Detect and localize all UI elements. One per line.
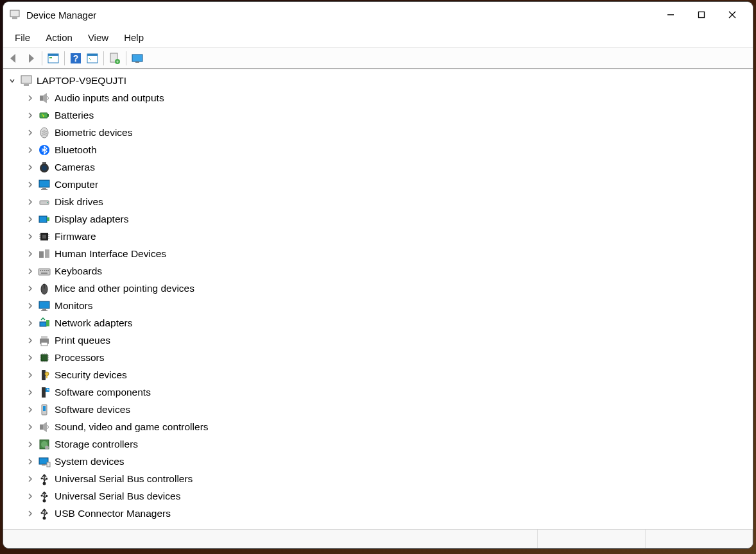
titlebar[interactable]: Device Manager [3, 2, 753, 28]
hid-icon [38, 248, 51, 260]
chevron-right-icon[interactable] [25, 231, 35, 242]
tree-category-node[interactable]: Audio inputs and outputs [25, 89, 753, 106]
speaker-icon [38, 421, 51, 433]
category-label: Audio inputs and outputs [55, 92, 164, 104]
chevron-right-icon[interactable] [25, 197, 35, 207]
root-label: LAPTOP-V9EQUJTI [37, 75, 126, 87]
tree-category-node[interactable]: Storage controllers [25, 435, 753, 453]
chevron-right-icon[interactable] [25, 110, 35, 121]
category-label: Biometric devices [55, 127, 132, 138]
chevron-right-icon[interactable] [25, 508, 35, 519]
device-tree[interactable]: LAPTOP-V9EQUJTI Audio inputs and outputs… [3, 69, 753, 529]
usb-icon [38, 507, 51, 520]
statusbar [3, 529, 753, 548]
menu-view[interactable]: View [80, 29, 116, 46]
svg-rect-1 [12, 17, 17, 19]
chevron-right-icon[interactable] [25, 474, 35, 484]
category-label: Firmware [55, 231, 96, 242]
tree-category-node[interactable]: Network adapters [25, 314, 753, 332]
chevron-right-icon[interactable] [25, 318, 35, 328]
help-button[interactable]: ? [67, 50, 84, 67]
scan-hardware-button[interactable]: + [107, 50, 123, 67]
usb-icon [38, 490, 51, 503]
tree-category-node[interactable]: Biometric devices [25, 124, 753, 141]
chevron-right-icon[interactable] [25, 145, 35, 155]
maximize-button[interactable] [686, 3, 717, 26]
cpu-icon [38, 351, 51, 364]
show-hidden-button[interactable] [84, 50, 101, 67]
svg-rect-17 [135, 62, 139, 63]
svg-rect-18 [21, 76, 31, 83]
component-icon [38, 386, 51, 399]
tree-category-node[interactable]: Mice and other pointing devices [25, 280, 753, 297]
category-label: Mice and other pointing devices [55, 283, 194, 294]
menu-action[interactable]: Action [38, 29, 80, 46]
window-controls [655, 3, 748, 26]
category-label: USB Connector Managers [55, 508, 171, 519]
category-label: Sound, video and game controllers [55, 421, 209, 433]
chevron-right-icon[interactable] [25, 214, 35, 224]
tree-category-node[interactable]: Universal Serial Bus devices [25, 487, 753, 505]
menu-help[interactable]: Help [116, 29, 151, 46]
chevron-right-icon[interactable] [25, 457, 35, 467]
svg-rect-0 [10, 10, 19, 17]
chevron-right-icon[interactable] [25, 491, 35, 501]
tree-category-node[interactable]: Firmware [25, 228, 753, 245]
chevron-right-icon[interactable] [25, 162, 35, 172]
tree-category-node[interactable]: Display adapters [25, 210, 753, 228]
category-label: Network adapters [55, 317, 132, 329]
chevron-right-icon[interactable] [25, 301, 35, 311]
tree-category-node[interactable]: Software components [25, 383, 753, 401]
close-button[interactable] [717, 3, 748, 26]
forward-button[interactable] [22, 50, 39, 67]
category-label: Software components [55, 387, 151, 398]
chevron-right-icon[interactable] [25, 387, 35, 398]
monitor-icon [38, 178, 51, 191]
chevron-right-icon[interactable] [25, 128, 35, 138]
chevron-right-icon[interactable] [25, 335, 35, 346]
menu-file[interactable]: File [7, 29, 38, 46]
battery-icon [38, 109, 51, 122]
tree-category-node[interactable]: System devices [25, 453, 753, 470]
chevron-right-icon[interactable] [25, 266, 35, 276]
category-label: Cameras [55, 162, 95, 173]
minimize-button[interactable] [655, 3, 686, 26]
chevron-right-icon[interactable] [25, 370, 35, 380]
tree-category-node[interactable]: Disk drives [25, 193, 753, 210]
tree-category-node[interactable]: USB Connector Managers [25, 505, 753, 522]
tree-category-node[interactable]: Keyboards [25, 262, 753, 280]
chevron-right-icon[interactable] [25, 283, 35, 294]
tree-category-node[interactable]: Batteries [25, 106, 753, 124]
category-label: Disk drives [55, 196, 103, 208]
chevron-right-icon[interactable] [25, 439, 35, 449]
tree-category-node[interactable]: Computer [25, 176, 753, 193]
tree-category-node[interactable]: Universal Serial Bus controllers [25, 470, 753, 487]
chevron-right-icon[interactable] [25, 93, 35, 103]
chevron-right-icon[interactable] [25, 180, 35, 190]
back-button[interactable] [6, 50, 22, 67]
chevron-down-icon[interactable] [7, 76, 17, 86]
tree-category-node[interactable]: Human Interface Devices [25, 245, 753, 262]
tree-category-node[interactable]: Bluetooth [25, 141, 753, 158]
tree-category-node[interactable]: Cameras [25, 158, 753, 176]
speaker-icon [38, 92, 51, 105]
chevron-right-icon[interactable] [25, 353, 35, 363]
svg-rect-12 [87, 54, 98, 56]
chevron-right-icon[interactable] [25, 405, 35, 415]
printer-icon [38, 334, 51, 347]
category-label: Print queues [55, 335, 110, 346]
tree-category-node[interactable]: Print queues [25, 332, 753, 349]
chevron-right-icon[interactable] [25, 422, 35, 432]
add-device-button[interactable] [129, 50, 146, 67]
tree-category-node[interactable]: Security devices [25, 366, 753, 383]
security-icon [38, 369, 51, 382]
properties-button[interactable] [45, 50, 62, 67]
network-icon [38, 317, 51, 330]
category-label: Keyboards [55, 265, 102, 277]
tree-category-node[interactable]: Software devices [25, 401, 753, 418]
chevron-right-icon[interactable] [25, 249, 35, 259]
tree-category-node[interactable]: Processors [25, 349, 753, 366]
tree-root-node[interactable]: LAPTOP-V9EQUJTI [7, 72, 753, 89]
tree-category-node[interactable]: Monitors [25, 297, 753, 314]
tree-category-node[interactable]: Sound, video and game controllers [25, 418, 753, 435]
